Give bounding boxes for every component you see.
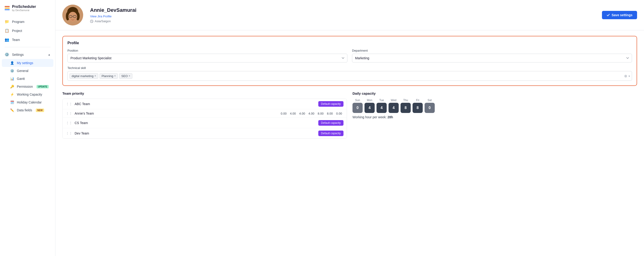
- working-capacity-icon: ⚡: [10, 93, 14, 96]
- skills-dropdown-icon[interactable]: ▾: [628, 74, 630, 78]
- day-label-tue: Tue: [376, 99, 387, 102]
- day-box-fri[interactable]: 8: [412, 103, 423, 113]
- table-row: ⋮⋮ ABC Team Default capacity: [62, 99, 347, 109]
- day-label-fri: Fri: [412, 99, 423, 102]
- permission-icon: 🔑: [10, 85, 14, 88]
- team-val-3: 4.00: [307, 112, 316, 115]
- app-name: ProScheduler: [12, 5, 36, 9]
- profile-section-title: Profile: [68, 41, 632, 45]
- sidebar-item-holiday-calendar[interactable]: 🗓️ Holiday Calendar: [0, 98, 55, 106]
- sidebar-item-general[interactable]: ⚙️ General: [0, 67, 55, 75]
- team-priority-title: Team priority: [62, 91, 347, 95]
- default-capacity-btn-dev[interactable]: Default capacity: [318, 131, 344, 136]
- team-name-annie: Annie's Team: [74, 111, 279, 115]
- day-value-row: 0 4 4 4 8 8 0: [352, 103, 637, 113]
- sidebar-item-permission[interactable]: 🔑 Permission UPDATE: [0, 83, 55, 90]
- skill-tag-seo: SEO ×: [119, 73, 132, 79]
- skills-clear-icon[interactable]: ⊗: [624, 74, 627, 78]
- sidebar-item-project[interactable]: 📋 Project: [0, 26, 55, 35]
- main-content: Annie_DevSamurai View Jira Profile Asia/…: [56, 0, 644, 256]
- skill-remove-digital-marketing[interactable]: ×: [94, 74, 96, 78]
- default-capacity-btn-cs[interactable]: Default capacity: [318, 120, 344, 126]
- logo-bar-red: [4, 6, 10, 7]
- day-label-sat: Sat: [424, 99, 435, 102]
- working-hours-value: 28h: [387, 115, 393, 119]
- logo-icon: [4, 6, 10, 10]
- daily-capacity-title: Daily capacity: [352, 91, 637, 95]
- logo-bar-orange: [4, 8, 10, 9]
- save-button-label: Save settings: [612, 13, 632, 17]
- team-name-dev: Dev Team: [74, 132, 318, 135]
- avatar: [62, 5, 83, 26]
- team-val-0: 0.00: [279, 112, 288, 115]
- skill-remove-seo[interactable]: ×: [129, 74, 130, 78]
- day-box-thu[interactable]: 8: [400, 103, 411, 113]
- program-icon: 📁: [4, 20, 9, 24]
- team-val-6: 0.00: [335, 112, 344, 115]
- day-box-mon[interactable]: 4: [364, 103, 375, 113]
- settings-header[interactable]: ⚙️ Settings ▲: [0, 50, 55, 59]
- sidebar-item-my-settings[interactable]: 👤 My settings: [2, 59, 53, 67]
- sidebar-item-data-fields[interactable]: ✏️ Data fields NEW: [0, 106, 55, 114]
- sidebar-item-gantt[interactable]: 📊 Gantt: [0, 75, 55, 83]
- sidebar-item-label-team: Team: [12, 38, 20, 42]
- day-label-row: Sun Mon Tue Wed Thu Fri Sat: [352, 99, 637, 102]
- my-settings-icon: 👤: [10, 61, 14, 65]
- skill-remove-planning[interactable]: ×: [114, 74, 116, 78]
- team-val-5: 8.00: [326, 112, 334, 115]
- sidebar-sub-label-data-fields: Data fields: [17, 108, 32, 112]
- day-box-sun[interactable]: 0: [352, 103, 363, 113]
- day-label-mon: Mon: [364, 99, 375, 102]
- general-icon: ⚙️: [10, 69, 14, 73]
- sidebar-item-program[interactable]: 📁 Program: [0, 17, 55, 26]
- team-val-1: 4.00: [288, 112, 297, 115]
- skills-field[interactable]: digital marketing × Planning × SEO × ⊗ ▾: [68, 71, 632, 81]
- team-priority-section: Team priority ⋮⋮ ABC Team Default capaci…: [62, 91, 347, 139]
- skills-group: Technical skill digital marketing × Plan…: [68, 66, 632, 81]
- skill-label-seo: SEO: [121, 74, 128, 78]
- app-byline: by DevSamurai: [12, 9, 36, 12]
- sidebar-sub-label-my-settings: My settings: [17, 61, 33, 65]
- day-box-sat[interactable]: 0: [424, 103, 435, 113]
- daily-capacity-section: Daily capacity Sun Mon Tue Wed Thu Fri S…: [352, 91, 637, 139]
- save-settings-button[interactable]: Save settings: [602, 11, 637, 19]
- data-fields-badge: NEW: [36, 108, 44, 112]
- sidebar-item-label-program: Program: [12, 20, 24, 24]
- username: Annie_DevSamurai: [90, 7, 136, 13]
- team-icon: 👥: [4, 38, 9, 42]
- sidebar-item-team[interactable]: 👥 Team: [0, 35, 55, 44]
- drag-handle-annie[interactable]: ⋮⋮: [66, 111, 72, 115]
- settings-expand-icon: ▲: [48, 53, 50, 56]
- settings-icon: ⚙️: [4, 52, 9, 57]
- timezone-display: Asia/Saigon: [90, 20, 136, 23]
- avatar-image: [62, 5, 83, 26]
- project-icon: 📋: [4, 29, 9, 33]
- sidebar-sub-label-holiday-calendar: Holiday Calendar: [17, 100, 42, 104]
- day-box-tue[interactable]: 4: [376, 103, 387, 113]
- working-hours: Working hour per week: 28h: [352, 115, 637, 119]
- team-values-annie: 0.00 4.00 4.00 4.00 8.00 8.00 0.00: [279, 112, 344, 115]
- day-box-wed[interactable]: 4: [388, 103, 399, 113]
- day-label-sun: Sun: [352, 99, 363, 102]
- default-capacity-btn-abc[interactable]: Default capacity: [318, 101, 344, 107]
- drag-handle-cs[interactable]: ⋮⋮: [66, 121, 72, 125]
- check-icon: [606, 14, 610, 17]
- skills-label: Technical skill: [68, 66, 632, 70]
- skill-label-digital-marketing: digital marketing: [72, 74, 94, 78]
- sidebar-item-working-capacity[interactable]: ⚡ Working Capacity: [0, 90, 55, 98]
- team-val-2: 4.00: [298, 112, 306, 115]
- team-list: ⋮⋮ ABC Team Default capacity ⋮⋮ Annie's …: [62, 99, 347, 139]
- page-content: Profile Position Product Marketing Speci…: [56, 30, 644, 144]
- drag-handle-abc[interactable]: ⋮⋮: [66, 102, 72, 106]
- holiday-calendar-icon: 🗓️: [10, 100, 14, 104]
- position-select[interactable]: Product Marketing Specialist: [68, 54, 348, 62]
- jira-profile-link[interactable]: View Jira Profile: [90, 15, 136, 18]
- timezone-text: Asia/Saigon: [95, 20, 111, 23]
- sidebar-sub-label-permission: Permission: [17, 85, 33, 88]
- skill-tag-planning: Planning ×: [100, 73, 118, 79]
- sidebar-sub-label-gantt: Gantt: [17, 77, 25, 81]
- drag-handle-dev[interactable]: ⋮⋮: [66, 132, 72, 135]
- department-select[interactable]: Marketing: [352, 54, 632, 62]
- settings-label: Settings: [12, 53, 24, 56]
- working-hours-label: Working hour per week:: [352, 115, 387, 119]
